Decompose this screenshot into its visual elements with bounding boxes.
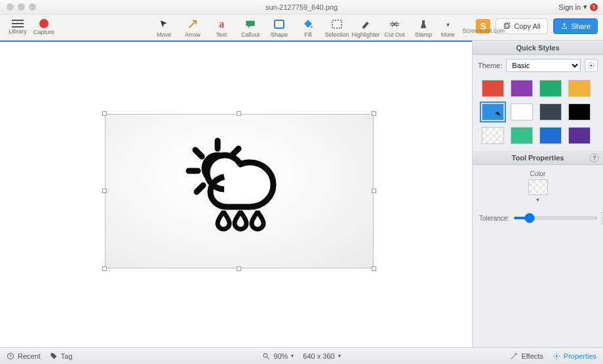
canvas-image[interactable] xyxy=(105,114,374,268)
share-label: Share xyxy=(572,22,591,30)
svg-line-7 xyxy=(195,150,202,156)
tool-highlighter[interactable]: Highlighter xyxy=(351,16,380,38)
swatch-violet[interactable] xyxy=(568,127,591,144)
tool-move[interactable]: Move xyxy=(149,16,178,38)
capture-icon xyxy=(39,19,49,28)
properties-button[interactable]: Properties xyxy=(553,352,596,360)
svg-point-11 xyxy=(591,65,593,67)
sign-in-menu[interactable]: Sign in ▾ 1 xyxy=(558,3,598,11)
zoom-value: 90% xyxy=(273,352,288,360)
tool-label: Stamp xyxy=(415,31,432,38)
help-icon[interactable]: ? xyxy=(590,153,599,162)
magnifier-icon xyxy=(262,352,270,360)
theme-select[interactable]: Basic xyxy=(506,59,581,72)
notification-badge: 1 xyxy=(590,3,598,11)
library-icon xyxy=(12,20,24,27)
capture-label: Capture xyxy=(33,29,54,35)
fill-icon xyxy=(302,18,314,30)
chevron-down-icon: ▾ xyxy=(583,3,587,11)
effects-label: Effects xyxy=(521,352,543,360)
tool-text[interactable]: a Text xyxy=(207,16,236,38)
swatch-purple[interactable] xyxy=(511,80,533,97)
document-title: sun-2127759_640.png xyxy=(0,3,603,11)
resize-handle[interactable] xyxy=(372,189,376,193)
tool-properties-title: Tool Properties ? xyxy=(473,151,603,165)
resize-handle[interactable] xyxy=(372,111,376,116)
share-button[interactable]: Share xyxy=(553,18,598,34)
swatch-blue[interactable] xyxy=(539,127,562,144)
stamp-icon xyxy=(418,18,429,30)
capture-button[interactable]: Capture xyxy=(30,19,58,35)
tool-label: Selection xyxy=(324,31,349,38)
resize-handle[interactable] xyxy=(102,189,107,193)
tolerance-slider[interactable] xyxy=(513,217,598,219)
shape-icon xyxy=(273,18,285,30)
sign-in-label: Sign in xyxy=(558,3,581,11)
chevron-down-icon: ▾ xyxy=(338,353,341,359)
library-button[interactable]: Library xyxy=(5,20,30,35)
tool-label: Cut Out xyxy=(384,31,404,38)
panel-title-label: Quick Styles xyxy=(516,44,559,52)
svg-line-9 xyxy=(197,185,203,192)
tool-callout[interactable]: Callout xyxy=(236,16,265,38)
gear-icon xyxy=(587,62,595,69)
tool-more[interactable]: ▾ More xyxy=(438,16,457,38)
tool-label: More xyxy=(441,31,455,38)
tool-label: Callout xyxy=(241,31,260,38)
share-icon xyxy=(560,22,568,30)
callout-icon xyxy=(244,18,256,30)
tool-label: Fill xyxy=(304,31,312,38)
resize-handle[interactable] xyxy=(237,111,241,116)
cutout-icon xyxy=(389,18,400,30)
swatch-darkgray[interactable] xyxy=(539,103,562,120)
resize-handle[interactable] xyxy=(237,266,241,271)
swatch-teal[interactable] xyxy=(511,127,533,144)
svg-line-14 xyxy=(267,357,269,359)
theme-label: Theme: xyxy=(478,62,502,69)
tool-fill[interactable]: Fill xyxy=(294,16,322,38)
resize-handle[interactable] xyxy=(102,111,107,116)
dimensions-control[interactable]: 640 x 360 ▾ xyxy=(303,352,340,360)
color-label: Color xyxy=(530,170,546,177)
screencast-label: Screencast.com xyxy=(462,27,505,34)
theme-settings-button[interactable] xyxy=(585,59,598,72)
swatch-red[interactable] xyxy=(482,80,504,97)
swatch-yellow[interactable] xyxy=(568,80,591,97)
swatch-white[interactable] xyxy=(511,103,533,120)
color-picker[interactable] xyxy=(528,179,548,195)
wand-icon xyxy=(510,352,518,360)
tool-label: Arrow xyxy=(185,31,201,38)
resize-handle[interactable] xyxy=(372,266,376,271)
highlighter-icon xyxy=(360,18,372,30)
workspace xyxy=(0,41,472,347)
right-panel: Quick Styles Theme: Basic Tool Propertie… xyxy=(472,41,603,347)
library-label: Library xyxy=(9,28,27,35)
tool-cutout[interactable]: Cut Out xyxy=(380,16,409,38)
effects-button[interactable]: Effects xyxy=(510,352,543,360)
swatch-green[interactable] xyxy=(539,80,562,97)
tool-shape[interactable]: Shape xyxy=(265,16,294,38)
resize-handle[interactable] xyxy=(102,266,107,271)
copy-all-label: Copy All xyxy=(514,22,540,30)
selection-icon xyxy=(331,18,343,30)
chevron-down-icon[interactable]: ▼ xyxy=(535,197,541,203)
svg-point-13 xyxy=(263,354,267,357)
svg-rect-2 xyxy=(332,20,341,28)
swatch-transparent[interactable] xyxy=(482,127,504,144)
quick-styles-title: Quick Styles xyxy=(473,41,603,55)
zoom-control[interactable]: 90% ▾ xyxy=(262,352,294,360)
tool-label: Move xyxy=(157,31,171,38)
canvas-selection[interactable] xyxy=(105,114,374,268)
gear-icon xyxy=(553,352,560,360)
swatch-selected[interactable] xyxy=(482,103,504,120)
titlebar: sun-2127759_640.png Sign in ▾ 1 xyxy=(0,0,603,14)
swatch-black[interactable] xyxy=(568,103,591,120)
tool-selection[interactable]: Selection xyxy=(322,16,351,38)
tool-label: Text xyxy=(216,31,227,38)
tool-stamp[interactable]: Stamp xyxy=(409,16,438,38)
chevron-down-icon: ▾ xyxy=(291,353,294,359)
tool-label: Shape xyxy=(271,31,288,38)
dimensions-value: 640 x 360 xyxy=(303,352,334,360)
tool-arrow[interactable]: Arrow xyxy=(178,16,207,38)
tool-label: Highlighter xyxy=(351,31,379,38)
